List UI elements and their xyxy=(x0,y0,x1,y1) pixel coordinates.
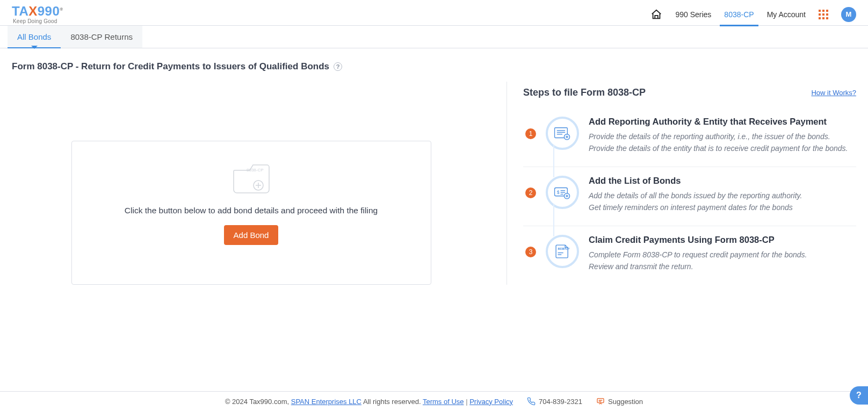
footer: © 2024 Tax990.com, SPAN Enterprises LLC … xyxy=(0,391,868,411)
nav-my-account[interactable]: My Account xyxy=(767,10,806,26)
step-title-2: Add the List of Bonds xyxy=(589,176,802,186)
help-icon[interactable]: ? xyxy=(334,62,342,71)
how-it-works-link[interactable]: How it Works? xyxy=(811,89,856,97)
svg-text:8038-CP: 8038-CP xyxy=(558,247,570,250)
svg-rect-22 xyxy=(597,399,604,403)
page-title: Form 8038-CP - Return for Credit Payment… xyxy=(12,61,329,72)
svg-text:8038-CP: 8038-CP xyxy=(247,168,264,172)
help-fab[interactable]: ? xyxy=(850,386,868,405)
tab-all-bonds[interactable]: All Bonds xyxy=(8,26,61,48)
step-line-1a: Provide the details of the reporting aut… xyxy=(589,132,848,141)
footer-copyright: © 2024 Tax990.com, SPAN Enterprises LLC … xyxy=(225,398,513,406)
add-bond-button[interactable]: Add Bond xyxy=(224,225,279,245)
form-doc-icon: 8038-CP xyxy=(546,235,579,268)
header-nav: 990 Series 8038-CP My Account M xyxy=(650,3,856,26)
step-line-3a: Complete Form 8038-CP to request credit … xyxy=(589,250,807,259)
footer-phone[interactable]: 704-839-2321 xyxy=(527,397,582,406)
steps-panel: Steps to file Form 8038-CP How it Works?… xyxy=(523,82,856,285)
tab-8038cp-returns[interactable]: 8038-CP Returns xyxy=(61,26,142,48)
suggestion-icon xyxy=(596,397,605,406)
tabs-row: All Bonds 8038-CP Returns xyxy=(0,26,868,48)
step-number-3: 3 xyxy=(525,247,536,257)
steps-title: Steps to file Form 8038-CP xyxy=(523,87,646,98)
step-line-3b: Review and transmit the return. xyxy=(589,262,807,271)
home-icon[interactable] xyxy=(650,9,662,20)
folder-add-icon: 8038-CP xyxy=(233,161,270,194)
empty-state-text: Click the button below to add bond detai… xyxy=(125,206,378,215)
vertical-divider xyxy=(507,82,507,285)
footer-span-link[interactable]: SPAN Enterprises LLC xyxy=(291,398,361,406)
step-line-2a: Add the details of all the bonds issued … xyxy=(589,191,802,200)
nav-990-series[interactable]: 990 Series xyxy=(675,10,711,26)
step-title-1: Add Reporting Authority & Entity that Re… xyxy=(589,117,848,127)
step-title-3: Claim Credit Payments Using Form 8038-CP xyxy=(589,235,807,245)
step-line-1b: Provide the details of the entity that i… xyxy=(589,144,848,153)
empty-state-card: 8038-CP Click the button below to add bo… xyxy=(71,141,431,285)
user-avatar[interactable]: M xyxy=(841,7,856,22)
svg-text:$: $ xyxy=(557,190,560,195)
logo-tagline: Keep Doing Good xyxy=(13,19,63,24)
step-line-2b: Get timely reminders on interest payment… xyxy=(589,203,802,212)
footer-terms-link[interactable]: Terms of Use xyxy=(423,398,464,406)
step-number-1: 1 xyxy=(525,128,536,139)
footer-suggestion[interactable]: Suggestion xyxy=(596,397,643,406)
step-row-2: 2 $ Add the List of Bonds Add the detail… xyxy=(523,167,856,226)
footer-privacy-link[interactable]: Privacy Policy xyxy=(469,398,513,406)
apps-grid-icon[interactable] xyxy=(819,10,828,19)
nav-8038-cp[interactable]: 8038-CP xyxy=(724,10,754,26)
bond-list-icon: $ xyxy=(546,176,579,209)
phone-icon xyxy=(527,397,536,406)
logo[interactable]: TAX990® Keep Doing Good xyxy=(12,5,63,24)
building-add-icon xyxy=(546,117,579,150)
step-row-3: 3 8038-CP Claim Credit Payments Using Fo… xyxy=(523,226,856,285)
step-number-2: 2 xyxy=(525,188,536,198)
app-header: TAX990® Keep Doing Good 990 Series 8038-… xyxy=(0,0,868,26)
step-row-1: 1 Add Reporting Authority & Entity that … xyxy=(523,108,856,167)
